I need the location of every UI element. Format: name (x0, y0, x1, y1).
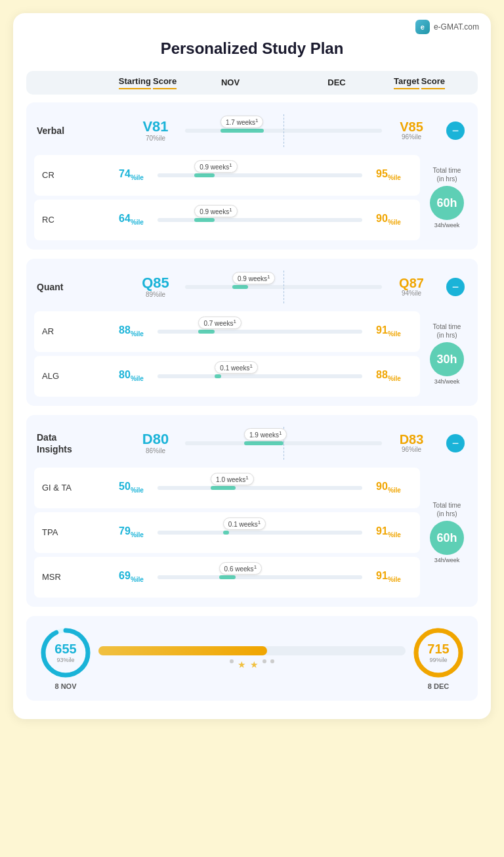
sub-target-score-quant-0: 91%ile (362, 325, 415, 338)
target-ile-data-insights: 96%ile (382, 446, 441, 453)
sub-weeks-data-insights-2: 0.6 weeks1 (219, 562, 262, 575)
sub-target-score-data-insights-0: 90%ile (362, 481, 415, 494)
sub-timeline-quant-0: 0.7 weeks1 (158, 315, 362, 348)
sub-timeline-verbal-1: 0.9 weeks1 (158, 204, 362, 236)
dot-1 (230, 659, 234, 663)
star-1: ★ (238, 659, 246, 670)
dot-3 (270, 659, 274, 663)
sub-row-quant-0: AR 88%ile 0.7 weeks1 91%ile (34, 311, 420, 352)
header-starting-sub: Score (153, 76, 177, 89)
target-box-verbal: V85 96%ile (382, 120, 441, 141)
header-timeline: NOV DEC (177, 77, 390, 87)
star-markers: ★ ★ (98, 659, 406, 670)
sub-bar-bg-data-insights-0 (158, 486, 362, 490)
sub-rows-col-quant: AR 88%ile 0.7 weeks1 91%ile ALG 80%ile 0… (34, 307, 420, 397)
target-ile-verbal: 96%ile (382, 133, 441, 141)
header-dec: DEC (284, 77, 390, 87)
score-box-quant: Q85 89%ile (126, 276, 185, 298)
bar-fill-data-insights (244, 441, 284, 445)
sub-score-box-quant-0: 88%ile (105, 325, 158, 338)
header-target-sub: Score (421, 76, 445, 89)
page-wrapper: e e-GMAT.com Personalized Study Plan Sta… (13, 13, 491, 719)
sub-timeline-verbal-0: 0.9 weeks1 (158, 159, 362, 192)
total-time-circle-quant: 30h (430, 342, 464, 376)
sub-target-quant-0: 91%ile (362, 325, 415, 338)
total-time-col-data-insights: Total time(in hrs) 60h 34h/week (424, 464, 470, 598)
start-score-wrap: 655 93%ile 8 NOV (39, 626, 92, 690)
main-row-data-insights: DataInsights D80 86%ile 1.9 weeks1 D83 9… (34, 423, 470, 464)
sub-bar-bg-verbal-1 (158, 218, 362, 222)
section-verbal: Verbal V81 70%ile 1.7 weeks1 V85 96%ile … (26, 102, 478, 250)
weeks-bubble-data-insights: 1.9 weeks1 (244, 428, 287, 441)
sub-score-data-insights-2: 69%ile (105, 571, 158, 583)
page-title: Personalized Study Plan (26, 39, 478, 58)
main-ile-verbal: 70%ile (126, 135, 185, 142)
minus-btn-data-insights[interactable]: − (446, 434, 465, 452)
sub-row-data-insights-1: TPA 79%ile 0.1 weeks1 91%ile (34, 512, 420, 553)
header-nov: NOV (177, 77, 284, 87)
minus-btn-verbal[interactable]: − (446, 121, 465, 140)
sub-score-box-verbal-0: 74%ile (105, 169, 158, 181)
target-score-num: 715 (427, 642, 449, 657)
sub-label-data-insights-0: GI & TA (39, 483, 105, 493)
sub-score-data-insights-0: 50%ile (105, 481, 158, 494)
start-date: 8 NOV (54, 682, 76, 690)
timeline-quant: 0.9 weeks1 (185, 271, 382, 303)
sub-row-verbal-1: RC 64%ile 0.9 weeks1 90%ile (34, 200, 420, 240)
dot-2 (262, 659, 266, 663)
total-time-circle-verbal: 60h (430, 186, 464, 220)
sub-score-box-data-insights-0: 50%ile (105, 481, 158, 494)
total-time-week-verbal: 34h/week (434, 222, 460, 229)
weeks-bubble-quant: 0.9 weeks1 (232, 272, 275, 284)
sub-target-score-data-insights-2: 91%ile (362, 571, 415, 583)
sub-weeks-quant-1: 0.1 weeks1 (215, 361, 257, 374)
sub-label-data-insights-2: MSR (39, 572, 105, 582)
action-box-data-insights: − (441, 434, 470, 452)
section-data-insights: DataInsights D80 86%ile 1.9 weeks1 D83 9… (26, 415, 478, 607)
bottom-area: 655 93%ile 8 NOV ★ ★ (26, 616, 478, 701)
star-2: ★ (250, 659, 259, 670)
sub-target-score-verbal-0: 95%ile (362, 169, 415, 181)
header-starting-score: Starting Score (118, 76, 177, 89)
sub-score-box-verbal-1: 64%ile (105, 213, 158, 226)
start-score-inner: 655 93%ile (39, 626, 92, 679)
target-score-wrap: 715 99%ile 8 DEC (412, 626, 465, 690)
score-box-data-insights: D80 86%ile (126, 432, 185, 454)
sub-score-data-insights-1: 79%ile (105, 526, 158, 538)
bar-fill-quant (232, 285, 248, 289)
row-label-quant: Quant (34, 281, 126, 293)
sub-row-data-insights-2: MSR 69%ile 0.6 weeks1 91%ile (34, 557, 420, 598)
minus-btn-quant[interactable]: − (446, 278, 465, 296)
sub-weeks-verbal-0: 0.9 weeks1 (194, 160, 237, 173)
row-label-verbal: Verbal (34, 125, 126, 137)
main-row-quant: Quant Q85 89%ile 0.9 weeks1 Q87 94%ile − (34, 267, 470, 307)
sub-target-verbal-1: 90%ile (362, 213, 415, 226)
sub-label-quant-1: ALG (39, 371, 105, 381)
sub-bar-fill-verbal-0 (194, 173, 215, 177)
target-ile-quant: 94%ile (382, 290, 441, 297)
target-score-inner: 715 99%ile (412, 626, 465, 679)
sub-bar-bg-quant-1 (158, 374, 362, 378)
sub-label-quant-0: AR (39, 326, 105, 336)
dashed-line-verbal (284, 114, 284, 147)
header-row: Starting Score NOV DEC Target Score (26, 71, 478, 95)
sub-score-box-quant-1: 80%ile (105, 370, 158, 382)
logo-icon: e (415, 20, 430, 34)
bar-fill-verbal (220, 129, 264, 133)
logo-area: e e-GMAT.com (415, 20, 479, 34)
timeline-verbal: 1.7 weeks1 (185, 114, 382, 147)
sub-target-data-insights-0: 90%ile (362, 481, 415, 494)
sub-bar-bg-verbal-0 (158, 173, 362, 177)
total-time-circle-data-insights: 60h (430, 521, 464, 555)
score-box-verbal: V81 70%ile (126, 120, 185, 142)
start-score-num: 655 (54, 642, 76, 657)
action-box-quant: − (441, 278, 470, 296)
sub-target-score-data-insights-1: 91%ile (362, 526, 415, 538)
total-time-week-quant: 34h/week (434, 378, 460, 385)
section-quant: Quant Q85 89%ile 0.9 weeks1 Q87 94%ile −… (26, 259, 478, 406)
sub-label-verbal-0: CR (39, 170, 105, 180)
main-ile-quant: 89%ile (126, 291, 185, 298)
header-target-score: Target Score (390, 76, 449, 89)
total-time-h-data-insights: 60h (436, 532, 457, 544)
target-score-data-insights: D83 (382, 433, 441, 446)
